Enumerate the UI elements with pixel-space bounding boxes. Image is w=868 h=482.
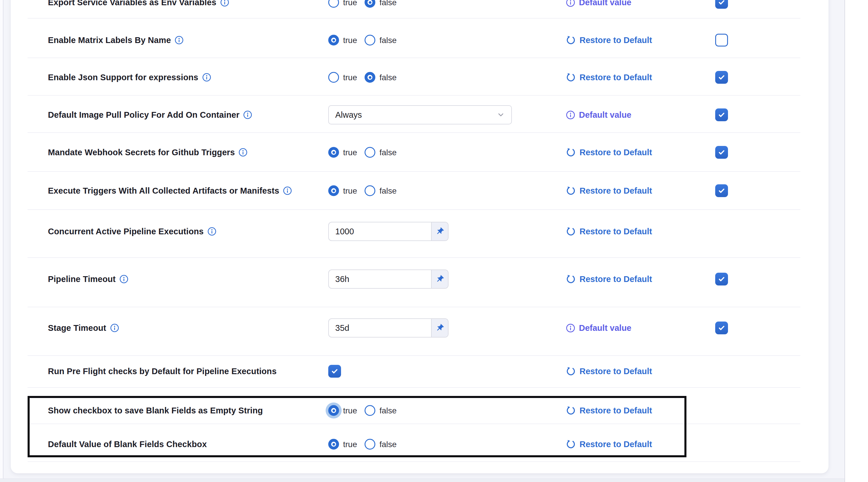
info-icon[interactable] [283,186,292,195]
right-gutter [845,0,868,482]
row-override-checkbox[interactable] [715,184,728,197]
select-value: Always [335,110,362,120]
row-divider [28,58,800,58]
setting-label: Pipeline Timeout [48,275,116,284]
pin-button[interactable] [431,319,448,337]
setting-label: Export Service Variables as Env Variable… [48,0,216,7]
radio-false-label: false [379,406,397,415]
row-override-checkbox[interactable] [715,0,728,9]
radio-false[interactable]: false [365,405,397,416]
image-pull-policy-select[interactable]: Always [328,105,512,124]
row-override-checkbox[interactable] [715,146,728,159]
radio-true[interactable]: true [328,147,357,158]
row-divider [28,307,800,307]
radio-true-label: true [343,35,357,45]
setting-label: Stage Timeout [48,323,106,333]
pipeline-timeout-input[interactable] [329,270,431,288]
setting-label: Mandate Webhook Secrets for Github Trigg… [48,148,235,157]
radio-false-dot [365,72,375,83]
info-icon[interactable] [220,0,229,7]
restore-icon [566,147,576,157]
radio-false-dot [365,186,375,196]
setting-input-group [328,222,448,241]
row-divider [28,95,800,96]
radio-false-dot [365,0,375,8]
concurrent-executions-input[interactable] [329,222,431,240]
info-icon[interactable] [110,323,119,333]
radio-true[interactable]: true [328,0,357,8]
info-icon[interactable] [202,73,211,82]
radio-false[interactable]: false [365,72,397,83]
radio-true-dot [328,439,339,450]
row-override-checkbox[interactable] [715,108,728,121]
radio-true-label: true [343,148,357,157]
radio-false[interactable]: false [365,439,397,450]
radio-true[interactable]: true [328,439,357,450]
info-icon[interactable] [243,111,252,119]
info-icon[interactable] [208,227,216,236]
radio-true-dot [328,186,339,196]
setting-input-group [328,318,448,338]
setting-label: Default Value of Blank Fields Checkbox [48,440,207,449]
restore-to-default-button[interactable]: Restore to Default [566,226,652,236]
row-override-checkbox[interactable] [715,321,728,334]
restore-to-default-button[interactable]: Restore to Default [566,35,652,45]
radio-false[interactable]: false [365,147,397,158]
restore-to-default-button[interactable]: Restore to Default [566,186,652,196]
radio-group: true false [328,0,397,8]
restore-icon [566,366,576,376]
setting-label: Show checkbox to save Blank Fields as Em… [48,406,263,416]
radio-false[interactable]: false [365,186,397,196]
row-divider [28,132,800,133]
setting-label: Execute Triggers With All Collected Arti… [48,186,279,196]
restore-to-default-button[interactable]: Restore to Default [566,147,652,157]
radio-true-label: true [343,186,357,195]
radio-false[interactable]: false [365,0,397,8]
restore-to-default-button[interactable]: Restore to Default [566,366,652,376]
restore-to-default-button[interactable]: Restore to Default [566,274,652,284]
setting-label: Concurrent Active Pipeline Executions [48,227,204,236]
radio-true[interactable]: true [328,186,357,196]
info-icon[interactable] [175,36,184,45]
preflight-checkbox[interactable] [328,365,341,378]
info-icon[interactable] [119,275,128,284]
row-divider [28,18,800,19]
radio-group: true false [328,72,397,83]
restore-icon [566,439,576,449]
setting-label: Default Image Pull Policy For Add On Con… [48,110,239,120]
radio-group: true false [328,405,397,416]
restore-to-default-button[interactable]: Restore to Default [566,73,652,82]
radio-true-dot [328,35,339,46]
setting-input-group [328,270,448,289]
radio-false-label: false [379,35,397,45]
pin-button[interactable] [431,222,448,240]
row-override-checkbox[interactable] [715,34,728,47]
setting-label: Enable Json Support for expressions [48,73,198,82]
radio-false[interactable]: false [365,35,397,46]
row-override-checkbox[interactable] [715,273,728,285]
radio-true[interactable]: true [328,405,357,416]
restore-icon [566,73,576,82]
radio-false-label: false [379,0,397,7]
row-override-checkbox[interactable] [715,71,728,84]
radio-group: true false [328,35,397,46]
row-divider [28,171,800,172]
default-value-indicator: Default value [566,0,631,7]
restore-to-default-button[interactable]: Restore to Default [566,405,652,416]
radio-true[interactable]: true [328,72,357,83]
restore-label: Restore to Default [580,227,652,236]
restore-label: Restore to Default [580,406,652,416]
default-value-label: Default value [579,0,631,7]
info-icon[interactable] [239,148,248,157]
row-divider [28,461,800,462]
info-icon [566,323,575,333]
radio-true-dot [328,72,339,83]
radio-false-label: false [379,148,397,157]
pin-button[interactable] [431,270,448,288]
restore-label: Restore to Default [580,186,652,196]
radio-true-dot [328,0,339,8]
radio-false-dot [365,439,375,450]
restore-to-default-button[interactable]: Restore to Default [566,439,652,449]
radio-true[interactable]: true [328,35,357,46]
stage-timeout-input[interactable] [329,319,431,337]
